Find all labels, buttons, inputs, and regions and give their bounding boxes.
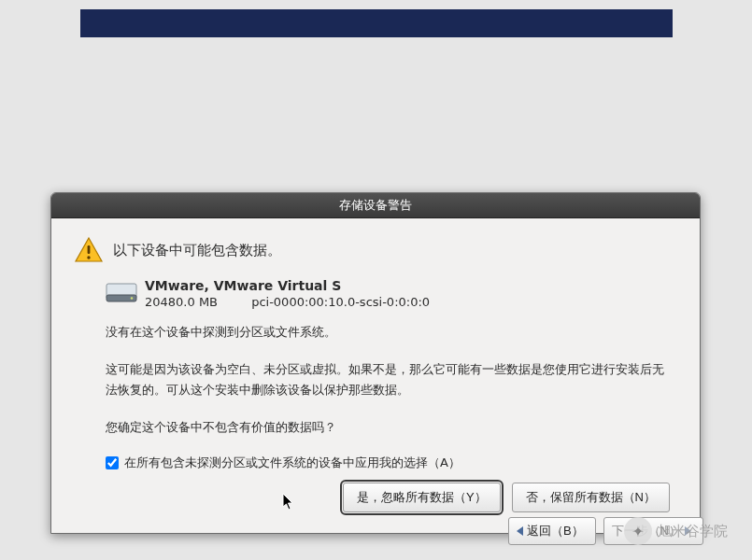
device-row: VMware, VMware Virtual S 20480.0 MB pci-… [106, 278, 674, 309]
svg-point-4 [131, 297, 134, 300]
apply-to-all-label: 在所有包含未探测分区或文件系统的设备中应用我的选择（A） [124, 455, 461, 471]
message-reason: 这可能是因为该设备为空白、未分区或虚拟。如果不是，那么它可能有一些数据是您使用它… [106, 359, 674, 400]
device-size: 20480.0 MB [145, 295, 248, 309]
next-button[interactable]: 下一步（N） [603, 517, 703, 545]
svg-point-1 [87, 256, 90, 259]
back-label: 返回（B） [527, 523, 584, 539]
next-label: 下一步（N） [612, 523, 681, 539]
dialog-body: 以下设备中可能包含数据。 VMware, VMware Virtual S 20… [51, 218, 700, 533]
storage-warning-dialog: 存储设备警告 以下设备中可能包含数据。 VMware, VMware Virtu… [50, 192, 701, 534]
top-banner [80, 9, 673, 37]
device-path: pci-0000:00:10.0-scsi-0:0:0:0 [251, 295, 430, 309]
hard-disk-icon [106, 280, 137, 304]
apply-to-all-checkbox-row[interactable]: 在所有包含未探测分区或文件系统的设备中应用我的选择（A） [106, 455, 674, 471]
warning-icon [74, 235, 104, 265]
no-keep-button[interactable]: 否，保留所有数据（N） [512, 483, 670, 512]
yes-discard-button[interactable]: 是，忽略所有数据（Y） [343, 483, 501, 512]
dialog-title: 存储设备警告 [51, 193, 700, 218]
message-no-partition: 没有在这个设备中探测到分区或文件系统。 [106, 322, 674, 343]
device-details: 20480.0 MB pci-0000:00:10.0-scsi-0:0:0:0 [145, 295, 430, 309]
arrow-right-icon [685, 526, 691, 536]
wizard-nav: 返回（B） 下一步（N） [508, 517, 703, 545]
apply-to-all-checkbox[interactable] [106, 456, 119, 469]
message-confirm: 您确定这个设备中不包含有价值的数据吗？ [106, 417, 674, 438]
warning-heading: 以下设备中可能包含数据。 [113, 242, 281, 259]
back-button[interactable]: 返回（B） [508, 517, 596, 545]
svg-rect-0 [88, 245, 91, 254]
device-name: VMware, VMware Virtual S [145, 278, 430, 293]
arrow-left-icon [517, 526, 523, 536]
